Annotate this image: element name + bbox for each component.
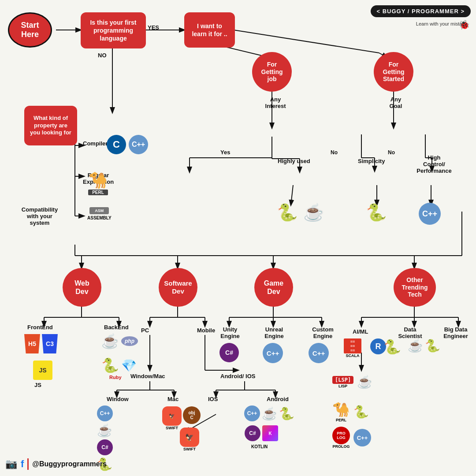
flowchart: < BUGGY / PROGRAMMER > Learn with your m… xyxy=(0,0,476,476)
instagram-icon: 📷 xyxy=(5,458,17,470)
ruby-label: Ruby xyxy=(109,375,122,380)
software-dev-node: Software Dev xyxy=(159,268,197,307)
first-lang-node: Is this your first programming language xyxy=(81,12,146,48)
c-logo: C xyxy=(107,135,126,154)
pc-label: PC xyxy=(141,327,149,334)
custom-cpp: C++ xyxy=(309,343,329,363)
python-aiml: 🐍 xyxy=(383,338,401,355)
svg-line-23 xyxy=(291,185,293,205)
big-data-label: Big DataEngineer xyxy=(441,326,471,339)
frontend-logos: H5 C3 xyxy=(24,334,58,353)
perl-logo-area: 🐪 PERL xyxy=(88,171,108,195)
compatibility-label: Compatibilitywith yoursystem xyxy=(11,206,68,226)
other-tech-node: Other Trending Tech xyxy=(394,268,436,307)
highly-used-label: Highly used xyxy=(278,158,310,164)
js-logo: JS xyxy=(33,361,52,380)
custom-label: CustomEngine xyxy=(309,326,337,339)
python-highly-used: 🐍 xyxy=(277,203,298,222)
learn-for-node: I want to learn it for .. xyxy=(184,12,235,48)
scala-area: ≡≡≡≡≡≡ SCALA xyxy=(344,338,361,358)
any-interest-label: AnyInterest xyxy=(262,96,289,109)
asm-logo: ASM ASSEMBLY xyxy=(87,207,112,220)
unreal-cpp: C++ xyxy=(263,343,283,363)
footer-divider xyxy=(27,458,29,470)
any-goal-label: AnyGoal xyxy=(383,96,409,109)
android-ios-label: Android/ IOS xyxy=(220,373,255,379)
window-mac-label: Window/Mac xyxy=(130,373,165,379)
unreal-label: UnrealEngine xyxy=(261,326,287,339)
cpp-high-control: C++ xyxy=(419,203,441,225)
ios-label: IOS xyxy=(208,396,218,402)
window-label: Window xyxy=(107,396,129,402)
android-label: Android xyxy=(267,396,289,402)
yes-label: YES xyxy=(148,24,159,31)
high-control-label: High Control/Performance xyxy=(416,154,452,174)
game-dev-node: Game Dev xyxy=(254,268,293,307)
ladybug-icon: 🐞 xyxy=(459,19,470,30)
kotlin-label: KOTLIN xyxy=(251,444,268,449)
svg-line-4 xyxy=(234,30,379,53)
data-scientist-label: DataScientist xyxy=(396,326,424,339)
footer-handle: @Buggyprogrammers xyxy=(32,460,107,468)
unity-csharp: C# xyxy=(219,343,239,362)
for-started-node: For Getting Started xyxy=(374,52,413,92)
data-sci-logos: ☕ 🐍 xyxy=(408,338,440,353)
for-job-node: For Getting job xyxy=(252,52,292,92)
java-highly-used: ☕ xyxy=(303,203,324,222)
frontend-label: FrontEnd xyxy=(27,324,53,331)
objc-logo: objC xyxy=(183,406,201,424)
swift-logo: 🦅 SWIFT xyxy=(162,406,182,430)
backend-logos2: 🐍 💎 xyxy=(101,357,137,374)
simplicity-label: Simplicity xyxy=(358,158,385,164)
facebook-icon: f xyxy=(21,458,24,470)
python-simplicity: 🐍 xyxy=(366,203,387,222)
cpp-logo-compiler: C++ xyxy=(129,135,148,154)
start-node: Start Here xyxy=(8,12,52,48)
brand-badge: < BUGGY / PROGRAMMER > xyxy=(371,5,471,17)
what-kind-node: What kind of property are you looking fo… xyxy=(24,106,77,145)
js-label: JS xyxy=(34,382,41,388)
swift-ios: 🦅 SWIFT xyxy=(180,428,199,451)
mac-label: Mac xyxy=(167,396,178,402)
web-dev-node: Web Dev xyxy=(63,268,101,307)
backend-logos: ☕ php xyxy=(101,333,138,350)
aiml-label: AI/ML xyxy=(353,328,368,335)
aiml-detail-logos: [LSP] LISP ☕ xyxy=(332,375,372,389)
backend-label: BackEnd xyxy=(104,324,129,331)
mobile-label: Mobile xyxy=(197,327,215,334)
android-logos: C++ ☕ 🐍 xyxy=(244,405,294,421)
svg-text:No: No xyxy=(388,149,395,156)
compiler-label: Compiler xyxy=(83,140,108,147)
svg-text:No: No xyxy=(331,149,338,156)
svg-text:Yes: Yes xyxy=(220,149,230,156)
no-label: NO xyxy=(98,52,107,59)
unity-label: UnityEngine xyxy=(217,326,243,339)
footer: 📷 f @Buggyprogrammers xyxy=(5,458,107,470)
android-logos2: C# K xyxy=(245,425,278,441)
prolog-cpp-logos: PROLOG PROLOG C++ xyxy=(332,427,371,449)
perl-prolog-logos: 🐪 PERL 🐍 xyxy=(332,401,369,422)
